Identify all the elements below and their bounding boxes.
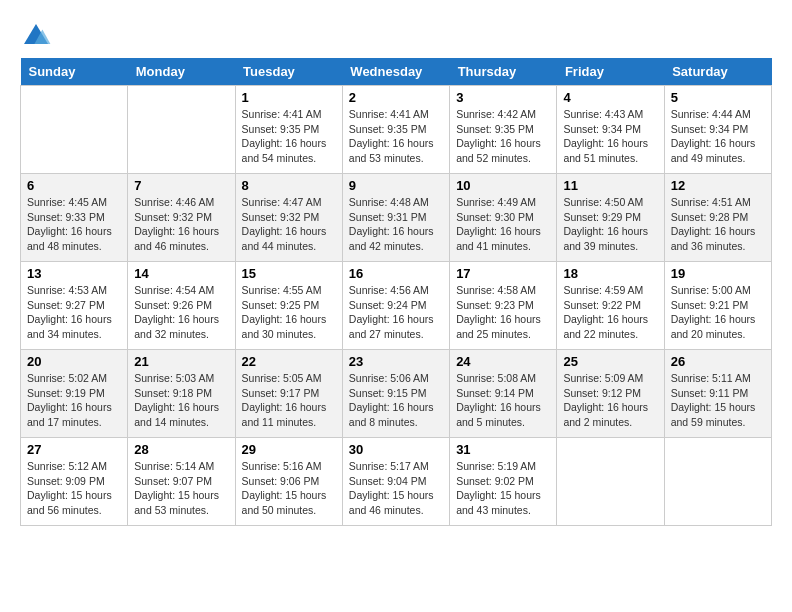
cell-info: Sunrise: 4:43 AMSunset: 9:34 PMDaylight:… bbox=[563, 108, 648, 164]
day-number: 22 bbox=[242, 354, 336, 369]
day-number: 30 bbox=[349, 442, 443, 457]
logo-icon bbox=[20, 20, 52, 48]
cell-info: Sunrise: 5:12 AMSunset: 9:09 PMDaylight:… bbox=[27, 460, 112, 516]
day-number: 29 bbox=[242, 442, 336, 457]
calendar-week-row: 27 Sunrise: 5:12 AMSunset: 9:09 PMDaylig… bbox=[21, 438, 772, 526]
cell-info: Sunrise: 4:49 AMSunset: 9:30 PMDaylight:… bbox=[456, 196, 541, 252]
day-number: 13 bbox=[27, 266, 121, 281]
day-number: 10 bbox=[456, 178, 550, 193]
day-number: 24 bbox=[456, 354, 550, 369]
calendar-cell: 13 Sunrise: 4:53 AMSunset: 9:27 PMDaylig… bbox=[21, 262, 128, 350]
calendar-cell: 19 Sunrise: 5:00 AMSunset: 9:21 PMDaylig… bbox=[664, 262, 771, 350]
calendar-cell: 20 Sunrise: 5:02 AMSunset: 9:19 PMDaylig… bbox=[21, 350, 128, 438]
day-number: 21 bbox=[134, 354, 228, 369]
day-number: 14 bbox=[134, 266, 228, 281]
calendar-cell: 3 Sunrise: 4:42 AMSunset: 9:35 PMDayligh… bbox=[450, 86, 557, 174]
day-number: 25 bbox=[563, 354, 657, 369]
day-number: 18 bbox=[563, 266, 657, 281]
calendar-cell: 18 Sunrise: 4:59 AMSunset: 9:22 PMDaylig… bbox=[557, 262, 664, 350]
cell-info: Sunrise: 4:41 AMSunset: 9:35 PMDaylight:… bbox=[242, 108, 327, 164]
calendar-cell: 9 Sunrise: 4:48 AMSunset: 9:31 PMDayligh… bbox=[342, 174, 449, 262]
weekday-header-saturday: Saturday bbox=[664, 58, 771, 86]
calendar-cell: 1 Sunrise: 4:41 AMSunset: 9:35 PMDayligh… bbox=[235, 86, 342, 174]
calendar-cell: 17 Sunrise: 4:58 AMSunset: 9:23 PMDaylig… bbox=[450, 262, 557, 350]
calendar-cell: 6 Sunrise: 4:45 AMSunset: 9:33 PMDayligh… bbox=[21, 174, 128, 262]
day-number: 11 bbox=[563, 178, 657, 193]
cell-info: Sunrise: 4:59 AMSunset: 9:22 PMDaylight:… bbox=[563, 284, 648, 340]
calendar-cell: 8 Sunrise: 4:47 AMSunset: 9:32 PMDayligh… bbox=[235, 174, 342, 262]
day-number: 20 bbox=[27, 354, 121, 369]
day-number: 19 bbox=[671, 266, 765, 281]
cell-info: Sunrise: 4:41 AMSunset: 9:35 PMDaylight:… bbox=[349, 108, 434, 164]
cell-info: Sunrise: 5:06 AMSunset: 9:15 PMDaylight:… bbox=[349, 372, 434, 428]
calendar-cell: 22 Sunrise: 5:05 AMSunset: 9:17 PMDaylig… bbox=[235, 350, 342, 438]
day-number: 9 bbox=[349, 178, 443, 193]
cell-info: Sunrise: 4:54 AMSunset: 9:26 PMDaylight:… bbox=[134, 284, 219, 340]
calendar-cell: 16 Sunrise: 4:56 AMSunset: 9:24 PMDaylig… bbox=[342, 262, 449, 350]
cell-info: Sunrise: 4:55 AMSunset: 9:25 PMDaylight:… bbox=[242, 284, 327, 340]
day-number: 28 bbox=[134, 442, 228, 457]
calendar-cell: 26 Sunrise: 5:11 AMSunset: 9:11 PMDaylig… bbox=[664, 350, 771, 438]
calendar-cell bbox=[557, 438, 664, 526]
calendar-cell: 15 Sunrise: 4:55 AMSunset: 9:25 PMDaylig… bbox=[235, 262, 342, 350]
cell-info: Sunrise: 4:47 AMSunset: 9:32 PMDaylight:… bbox=[242, 196, 327, 252]
weekday-header-row: SundayMondayTuesdayWednesdayThursdayFrid… bbox=[21, 58, 772, 86]
logo bbox=[20, 20, 56, 48]
calendar-cell: 14 Sunrise: 4:54 AMSunset: 9:26 PMDaylig… bbox=[128, 262, 235, 350]
cell-info: Sunrise: 4:56 AMSunset: 9:24 PMDaylight:… bbox=[349, 284, 434, 340]
cell-info: Sunrise: 4:42 AMSunset: 9:35 PMDaylight:… bbox=[456, 108, 541, 164]
cell-info: Sunrise: 4:50 AMSunset: 9:29 PMDaylight:… bbox=[563, 196, 648, 252]
cell-info: Sunrise: 5:03 AMSunset: 9:18 PMDaylight:… bbox=[134, 372, 219, 428]
calendar-cell: 25 Sunrise: 5:09 AMSunset: 9:12 PMDaylig… bbox=[557, 350, 664, 438]
calendar-cell: 28 Sunrise: 5:14 AMSunset: 9:07 PMDaylig… bbox=[128, 438, 235, 526]
day-number: 15 bbox=[242, 266, 336, 281]
cell-info: Sunrise: 5:19 AMSunset: 9:02 PMDaylight:… bbox=[456, 460, 541, 516]
calendar-cell: 10 Sunrise: 4:49 AMSunset: 9:30 PMDaylig… bbox=[450, 174, 557, 262]
day-number: 6 bbox=[27, 178, 121, 193]
header bbox=[20, 20, 772, 48]
day-number: 5 bbox=[671, 90, 765, 105]
day-number: 1 bbox=[242, 90, 336, 105]
day-number: 2 bbox=[349, 90, 443, 105]
calendar-cell bbox=[128, 86, 235, 174]
calendar-cell: 5 Sunrise: 4:44 AMSunset: 9:34 PMDayligh… bbox=[664, 86, 771, 174]
cell-info: Sunrise: 5:08 AMSunset: 9:14 PMDaylight:… bbox=[456, 372, 541, 428]
calendar-week-row: 6 Sunrise: 4:45 AMSunset: 9:33 PMDayligh… bbox=[21, 174, 772, 262]
cell-info: Sunrise: 4:46 AMSunset: 9:32 PMDaylight:… bbox=[134, 196, 219, 252]
calendar-cell: 7 Sunrise: 4:46 AMSunset: 9:32 PMDayligh… bbox=[128, 174, 235, 262]
cell-info: Sunrise: 5:05 AMSunset: 9:17 PMDaylight:… bbox=[242, 372, 327, 428]
weekday-header-monday: Monday bbox=[128, 58, 235, 86]
cell-info: Sunrise: 4:53 AMSunset: 9:27 PMDaylight:… bbox=[27, 284, 112, 340]
day-number: 7 bbox=[134, 178, 228, 193]
day-number: 31 bbox=[456, 442, 550, 457]
day-number: 16 bbox=[349, 266, 443, 281]
calendar-cell: 12 Sunrise: 4:51 AMSunset: 9:28 PMDaylig… bbox=[664, 174, 771, 262]
cell-info: Sunrise: 5:11 AMSunset: 9:11 PMDaylight:… bbox=[671, 372, 756, 428]
day-number: 3 bbox=[456, 90, 550, 105]
calendar-cell: 23 Sunrise: 5:06 AMSunset: 9:15 PMDaylig… bbox=[342, 350, 449, 438]
cell-info: Sunrise: 5:00 AMSunset: 9:21 PMDaylight:… bbox=[671, 284, 756, 340]
calendar-cell bbox=[664, 438, 771, 526]
cell-info: Sunrise: 4:51 AMSunset: 9:28 PMDaylight:… bbox=[671, 196, 756, 252]
calendar-week-row: 13 Sunrise: 4:53 AMSunset: 9:27 PMDaylig… bbox=[21, 262, 772, 350]
calendar-cell: 11 Sunrise: 4:50 AMSunset: 9:29 PMDaylig… bbox=[557, 174, 664, 262]
calendar-cell: 30 Sunrise: 5:17 AMSunset: 9:04 PMDaylig… bbox=[342, 438, 449, 526]
cell-info: Sunrise: 5:17 AMSunset: 9:04 PMDaylight:… bbox=[349, 460, 434, 516]
day-number: 23 bbox=[349, 354, 443, 369]
cell-info: Sunrise: 4:45 AMSunset: 9:33 PMDaylight:… bbox=[27, 196, 112, 252]
day-number: 12 bbox=[671, 178, 765, 193]
day-number: 4 bbox=[563, 90, 657, 105]
calendar-cell: 27 Sunrise: 5:12 AMSunset: 9:09 PMDaylig… bbox=[21, 438, 128, 526]
calendar-week-row: 1 Sunrise: 4:41 AMSunset: 9:35 PMDayligh… bbox=[21, 86, 772, 174]
weekday-header-friday: Friday bbox=[557, 58, 664, 86]
cell-info: Sunrise: 4:44 AMSunset: 9:34 PMDaylight:… bbox=[671, 108, 756, 164]
cell-info: Sunrise: 5:02 AMSunset: 9:19 PMDaylight:… bbox=[27, 372, 112, 428]
calendar-week-row: 20 Sunrise: 5:02 AMSunset: 9:19 PMDaylig… bbox=[21, 350, 772, 438]
cell-info: Sunrise: 5:16 AMSunset: 9:06 PMDaylight:… bbox=[242, 460, 327, 516]
day-number: 17 bbox=[456, 266, 550, 281]
cell-info: Sunrise: 4:58 AMSunset: 9:23 PMDaylight:… bbox=[456, 284, 541, 340]
weekday-header-sunday: Sunday bbox=[21, 58, 128, 86]
calendar-cell: 29 Sunrise: 5:16 AMSunset: 9:06 PMDaylig… bbox=[235, 438, 342, 526]
day-number: 27 bbox=[27, 442, 121, 457]
cell-info: Sunrise: 5:14 AMSunset: 9:07 PMDaylight:… bbox=[134, 460, 219, 516]
